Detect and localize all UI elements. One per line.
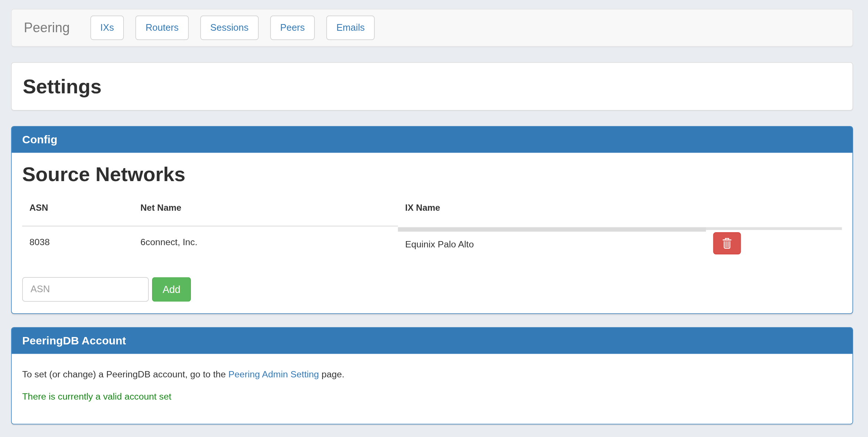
cell-asn: 8038 bbox=[22, 225, 133, 255]
nav-button-emails[interactable]: Emails bbox=[326, 16, 375, 40]
config-panel-body: Source Networks ASN Net Name IX Name 803… bbox=[12, 153, 853, 314]
column-header-actions bbox=[706, 197, 842, 225]
peering-navbar: Peering IXsRoutersSessionsPeersEmails bbox=[11, 9, 853, 47]
cell-net-name: 6connect, Inc. bbox=[133, 225, 398, 255]
add-button[interactable]: Add bbox=[152, 277, 191, 302]
peeringdb-panel-body: To set (or change) a PeeringDB account, … bbox=[12, 354, 853, 424]
trash-icon bbox=[722, 237, 732, 249]
header-divider-left bbox=[22, 226, 398, 227]
page: Peering IXsRoutersSessionsPeersEmails Se… bbox=[0, 0, 868, 437]
nav-button-sessions[interactable]: Sessions bbox=[200, 16, 258, 40]
asn-input[interactable] bbox=[22, 277, 149, 302]
peeringdb-panel: PeeringDB Account To set (or change) a P… bbox=[11, 327, 853, 425]
account-status-message: There is currently a valid account set bbox=[22, 391, 842, 402]
config-panel: Config Source Networks ASN Net Name IX N… bbox=[11, 126, 853, 314]
table-header-row: ASN Net Name IX Name bbox=[22, 197, 842, 225]
page-title: Settings bbox=[23, 75, 102, 98]
navbar-brand: Peering bbox=[24, 20, 70, 36]
nav-button-peers[interactable]: Peers bbox=[270, 16, 315, 40]
peeringdb-panel-heading: PeeringDB Account bbox=[12, 328, 853, 354]
peeringdb-instructions: To set (or change) a PeeringDB account, … bbox=[22, 368, 842, 380]
header-divider-ix bbox=[398, 227, 706, 232]
nav-button-routers[interactable]: Routers bbox=[135, 16, 188, 40]
add-source-network-form: Add bbox=[22, 277, 842, 302]
column-header-ix-name: IX Name bbox=[398, 197, 706, 225]
header-divider-actions bbox=[706, 227, 842, 230]
nav-buttons: IXsRoutersSessionsPeersEmails bbox=[90, 16, 386, 40]
instructions-before-link: To set (or change) a PeeringDB account, … bbox=[22, 369, 228, 379]
peering-admin-setting-link[interactable]: Peering Admin Setting bbox=[228, 369, 319, 379]
source-networks-table: ASN Net Name IX Name 8038 6connect, Inc.… bbox=[22, 197, 842, 254]
column-header-net-name: Net Name bbox=[133, 197, 398, 225]
config-panel-heading: Config bbox=[12, 127, 853, 153]
instructions-after-link: page. bbox=[319, 369, 344, 379]
settings-panel: Settings bbox=[11, 62, 853, 111]
source-networks-title: Source Networks bbox=[22, 163, 842, 186]
column-header-asn: ASN bbox=[22, 197, 133, 225]
delete-source-network-button[interactable] bbox=[713, 232, 741, 254]
nav-button-ixs[interactable]: IXs bbox=[90, 16, 124, 40]
